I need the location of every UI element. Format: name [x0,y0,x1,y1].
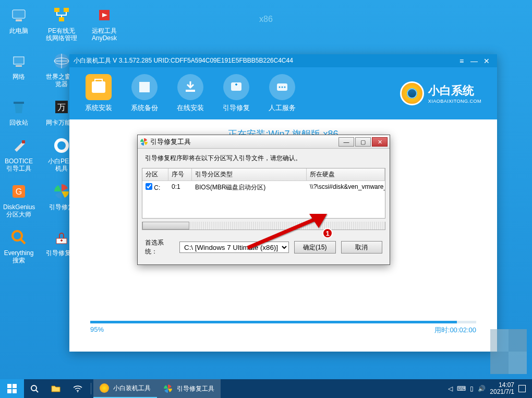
toolbar-item[interactable]: 人工服务 [269,74,296,113]
svg-rect-20 [92,81,105,93]
taskbar-wifi-button[interactable] [67,379,89,398]
svg-rect-5 [14,57,24,64]
toolbar-item[interactable]: 系统安装 [85,74,112,113]
progress-bar [90,321,476,323]
preferred-system-label: 首选系统： [145,238,174,256]
cancel-button[interactable]: 取消 [341,241,382,254]
dialog-button-row: 首选系统： C:\ [Windows 7 Ultimate (x86)] 确定(… [138,236,390,264]
desktop-icon-bootice[interactable]: BOOTICE引导工具 [3,135,34,172]
taskbar-app-label: 小白装机工具 [113,384,151,393]
svg-rect-31 [13,389,17,393]
col-disk: 所在硬盘 [307,168,385,180]
xiaobai-icon [100,383,109,393]
dialog-maximize-button[interactable]: ▢ [355,137,371,147]
toolbar-icon [223,74,249,100]
svg-rect-0 [13,10,25,18]
tray-notifications-icon[interactable] [518,385,526,392]
taskbar-clock[interactable]: 14:07 2021/7/1 [490,382,514,395]
desktop-icon-dg[interactable]: GDiskGenius分区大师 [3,180,34,218]
svg-point-14 [57,141,66,150]
bootice-icon [9,136,28,155]
toolbar-item[interactable]: 系统备份 [131,74,158,113]
cell-index: 0:1 [168,181,192,194]
tray-volume-icon[interactable]: 🔊 [478,385,486,392]
system-tray: ◁ ⌨ ▯ 🔊 14:07 2021/7/1 [442,382,532,395]
table-row[interactable]: C: 0:1 BIOS(MBR磁盘启动分区) \\?\scsi#disk&ven… [142,181,385,194]
desktop-icon-label: 网络 [3,73,34,80]
main-minimize-button[interactable]: — [468,57,480,65]
net2-icon [9,52,28,70]
svg-point-17 [13,231,22,240]
main-toolbar: 系统安装系统备份在线安装引导修复人工服务 小白系统 XIAOBAIXITONG.… [69,67,497,119]
cell-partition: C: [142,181,168,194]
desktop-icon-label: DiskGenius分区大师 [3,203,34,218]
taskbar-app-xiaobai[interactable]: 小白装机工具 [93,379,157,398]
desktop-icon-label: BOOTICE引导工具 [3,158,34,172]
wifi-icon [73,384,82,393]
dialog-minimize-button[interactable]: — [338,137,354,147]
progress-block: 95% 用时:00:02:00 [90,319,476,335]
toolbar-label: 系统安装 [85,103,112,113]
anydesk-icon [95,6,114,25]
svg-text:万: 万 [57,103,66,112]
svg-line-33 [36,390,38,392]
toolbar-item[interactable]: 引导修复 [223,74,250,113]
col-partition: 分区 [142,168,168,180]
ev-icon [9,228,28,247]
main-menu-button[interactable]: ≡ [455,57,468,65]
desktop-icon-net[interactable]: PE有线无线网络管理 [46,4,77,42]
toolbar-label: 系统备份 [131,103,158,113]
tray-battery-icon[interactable]: ▯ [470,385,474,392]
progress-elapsed: 用时:00:02:00 [434,325,476,335]
confirm-button[interactable]: 确定(15) [294,241,335,254]
brand-logo-icon [400,81,424,105]
annotation-badge: 1 [322,228,333,238]
col-index: 序号 [168,168,192,180]
brand-subtitle: XIAOBAIXITONG.COM [428,99,481,104]
svg-rect-1 [16,19,22,21]
dialog-close-button[interactable]: ✕ [372,137,388,147]
svg-rect-22 [186,90,195,92]
tray-keyboard-icon[interactable]: ⌨ [457,385,466,392]
preferred-system-select[interactable]: C:\ [Windows 7 Ultimate (x86)] [179,242,289,253]
dialog-title-text: 引导修复工具 [150,137,337,147]
desktop-icon-label: 远程工具AnyDesk [89,27,120,42]
repair-icon [52,228,71,247]
taskbar-app-boot-repair[interactable]: 引导修复工具 [157,379,221,398]
start-button[interactable] [0,379,24,398]
taskbar-search-button[interactable] [24,379,45,398]
col-boot-type: 引导分区类型 [192,168,307,180]
scrollbar-thumb[interactable] [142,222,189,230]
brand-name: 小白系统 [428,83,481,99]
desktop-icon-anydesk[interactable]: 远程工具AnyDesk [89,4,120,42]
tray-chevron-icon[interactable]: ◁ [448,385,453,392]
pinwheel-icon [52,182,71,201]
toolbar-item[interactable]: 在线安装 [177,74,204,113]
desktop-icon-bin[interactable]: 回收站 [3,96,34,126]
xpe-icon [52,136,71,155]
desktop-icon-pc[interactable]: 此电脑 [3,4,34,42]
svg-point-27 [284,87,286,88]
desktop-icon-net2[interactable]: 网络 [3,50,34,88]
svg-rect-6 [16,65,22,67]
taskbar-explorer-button[interactable] [45,379,67,398]
pinwheel-icon [163,384,173,393]
desktop-icon-label: Everything搜索 [3,249,34,264]
desktop-watermark: x86 [259,15,273,24]
svg-rect-30 [7,389,11,393]
desktop-thumbnail [490,329,527,374]
row-checkbox[interactable] [146,183,152,190]
svg-line-18 [21,239,25,244]
bin-icon [9,98,28,116]
svg-rect-3 [64,8,69,12]
svg-rect-28 [7,384,11,388]
progress-fill [90,321,457,323]
desktop-icon-ev[interactable]: Everything搜索 [3,226,34,264]
svg-rect-12 [22,140,25,143]
cell-boot-type: BIOS(MBR磁盘启动分区) [192,181,307,194]
boot-repair-dialog: 引导修复工具 — ▢ ✕ 引导修复程序即将在以下分区写入引导文件，请您确认。 分… [137,135,390,265]
main-close-button[interactable]: ✕ [480,57,493,65]
toolbar-icon [269,74,295,100]
horizontal-scrollbar[interactable] [142,222,385,230]
svg-rect-4 [59,17,64,21]
